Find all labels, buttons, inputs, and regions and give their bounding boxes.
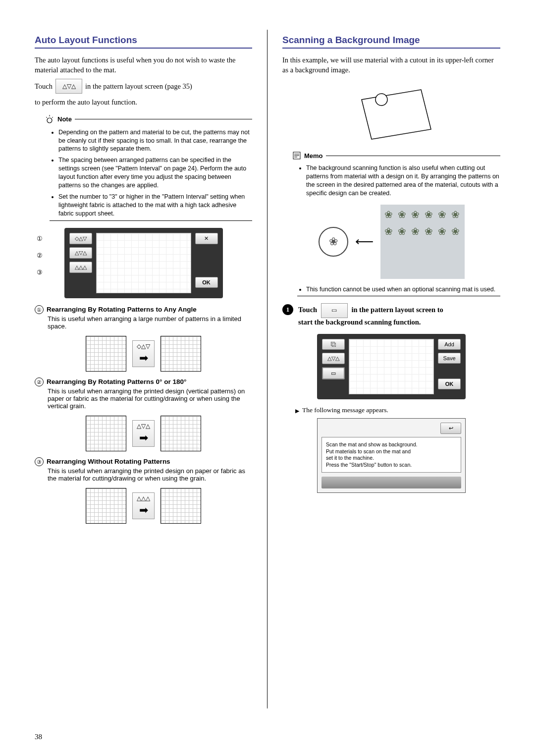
def2-desc: This is useful when arranging the printe… xyxy=(48,387,252,410)
memo-rule xyxy=(326,156,500,156)
msg-line: set it to the machine. xyxy=(326,455,457,462)
memo-list-2: This function cannot be used when an opt… xyxy=(297,286,500,293)
before-grid xyxy=(86,416,126,451)
heading-auto-layout: Auto Layout Functions xyxy=(35,35,252,46)
pattern-illustration: ❀ ⟵ ❀❀❀❀ ❀❀❀❀ ❀❀❀❀ xyxy=(282,205,500,279)
step1-pre: Touch xyxy=(298,306,317,314)
circled-2-icon: ② xyxy=(35,378,44,386)
transform-icon: ◇△▽ ➡ xyxy=(132,340,155,367)
def3-desc: This is useful when arranging the printe… xyxy=(48,467,252,482)
result-line: ▶ The following message appears. xyxy=(295,406,500,414)
triangle-right-icon: ▶ xyxy=(295,408,299,414)
mat-preview xyxy=(96,233,191,293)
svg-line-2 xyxy=(46,117,47,118)
circled-1-icon: ① xyxy=(35,305,44,314)
rotate-any-icon: ◇△▽ xyxy=(137,343,150,350)
auto-layout-screen-wrap: ① ② ③ ◇△▽ △▽△ △△△ ✕ OK xyxy=(64,228,223,298)
scanning-intro: In this example, we will use material wi… xyxy=(282,55,500,75)
background-scan-button[interactable]: ▭ xyxy=(322,367,345,379)
def3-title: Rearranging Without Rotating Patterns xyxy=(47,458,170,465)
circled-3-icon: ③ xyxy=(35,457,44,466)
manual-page: Auto Layout Functions The auto layout fu… xyxy=(0,0,535,756)
before-grid xyxy=(86,488,126,524)
memo-bottom-rule xyxy=(297,296,500,296)
after-grid xyxy=(160,416,201,451)
def1-desc: This is useful when arranging a large nu… xyxy=(48,315,252,330)
msg-line: Press the "Start/Stop" button to scan. xyxy=(326,462,457,469)
right-button-column: ✕ OK xyxy=(195,233,218,293)
note-list: Depending on the pattern and material to… xyxy=(50,128,252,218)
scan-icon: ▭ xyxy=(321,303,348,318)
note-item: Depending on the pattern and material to… xyxy=(58,128,252,154)
note-box: Note Depending on the pattern and materi… xyxy=(35,114,252,221)
save-button[interactable]: Save xyxy=(438,353,461,364)
note-label: Note xyxy=(57,115,72,123)
rotate-any-button[interactable]: ◇△▽ xyxy=(69,233,92,244)
result-text: The following message appears. xyxy=(302,406,388,414)
after-grid xyxy=(160,336,201,372)
heading-scanning: Scanning a Background Image xyxy=(282,35,500,46)
step-number-icon: 1 xyxy=(282,304,293,315)
memo-box: Memo The background scanning function is… xyxy=(282,151,500,198)
msg-line: Scan the mat and show as background. xyxy=(326,441,457,448)
svg-marker-4 xyxy=(362,90,431,139)
left-column: Auto Layout Functions The auto layout fu… xyxy=(35,30,268,708)
illustration-1: ◇△▽ ➡ xyxy=(35,336,252,372)
auto-layout-button[interactable]: △▽△ xyxy=(322,353,345,364)
touch-instruction: Touch △▽△ in the pattern layout screen (… xyxy=(35,79,252,94)
add-button[interactable]: Add xyxy=(438,339,461,350)
add-pattern-button[interactable]: ⿻ xyxy=(322,339,345,350)
marker-1: ① xyxy=(37,235,43,242)
svg-point-5 xyxy=(375,94,387,106)
heading-rule xyxy=(35,48,252,49)
heading-rule xyxy=(282,48,500,49)
auto-layout-icon: △▽△ xyxy=(55,79,82,94)
rotate-0-180-button[interactable]: △▽△ xyxy=(69,247,92,259)
message-dialog: ↩ Scan the mat and show as background. P… xyxy=(317,418,466,493)
definition-3: ③Rearranging Without Rotating Patterns T… xyxy=(35,457,252,482)
left-button-column: ⿻ △▽△ ▭ xyxy=(322,339,345,394)
note-item: Set the number to "3" or higher in the "… xyxy=(58,193,252,218)
marker-3: ③ xyxy=(37,269,43,276)
arrow-right-icon: ➡ xyxy=(139,432,148,444)
material-illustration xyxy=(347,80,436,144)
transform-icon: △▽△ ➡ xyxy=(132,420,155,447)
memo-icon xyxy=(292,151,301,160)
svg-point-0 xyxy=(47,118,52,123)
note-item: The spacing between arranged patterns ca… xyxy=(58,156,252,190)
memo-item: The background scanning function is also… xyxy=(306,164,500,198)
intro-paragraph: The auto layout functions is useful when… xyxy=(35,55,252,75)
memo-item: This function cannot be used when an opt… xyxy=(306,286,500,293)
touch-pre: Touch xyxy=(35,82,53,91)
illustration-2: △▽△ ➡ xyxy=(35,416,252,451)
close-button[interactable]: ✕ xyxy=(195,233,218,244)
back-button[interactable]: ↩ xyxy=(440,423,461,434)
ok-button[interactable]: OK xyxy=(438,378,461,389)
definition-2: ②Rearranging By Rotating Patterns 0° or … xyxy=(35,378,252,410)
mat-preview xyxy=(349,339,434,394)
definition-1: ①Rearranging By Rotating Patterns to Any… xyxy=(35,305,252,330)
arrow-left-icon: ⟵ xyxy=(355,234,374,249)
no-rotate-button[interactable]: △△△ xyxy=(69,262,92,273)
cutout-preview: ❀ xyxy=(319,227,348,257)
transform-icon: △△△ ➡ xyxy=(132,492,155,519)
touch-instruction-2: to perform the auto layout function. xyxy=(35,98,252,108)
right-button-column: Add Save OK xyxy=(438,339,461,394)
marker-2: ② xyxy=(37,252,43,259)
arrow-right-icon: ➡ xyxy=(139,352,148,365)
pattern-layout-screen: ⿻ △▽△ ▭ Add Save OK xyxy=(317,334,466,399)
msg-line: Put materials to scan on the mat and xyxy=(326,448,457,455)
def2-title: Rearranging By Rotating Patterns 0° or 1… xyxy=(47,378,186,385)
arrow-right-icon: ➡ xyxy=(139,504,148,517)
lightbulb-icon xyxy=(45,114,54,124)
note-bottom-rule xyxy=(50,220,252,221)
left-button-column: ◇△▽ △▽△ △△△ xyxy=(69,233,92,293)
no-rotate-icon: △△△ xyxy=(137,495,150,502)
svg-line-3 xyxy=(52,117,53,118)
memo-list: The background scanning function is also… xyxy=(297,164,500,198)
after-grid xyxy=(160,488,201,524)
right-column: Scanning a Background Image In this exam… xyxy=(268,30,500,708)
ok-button[interactable]: OK xyxy=(195,277,218,288)
memo-label: Memo xyxy=(304,152,323,160)
machine-illustration xyxy=(321,477,461,488)
